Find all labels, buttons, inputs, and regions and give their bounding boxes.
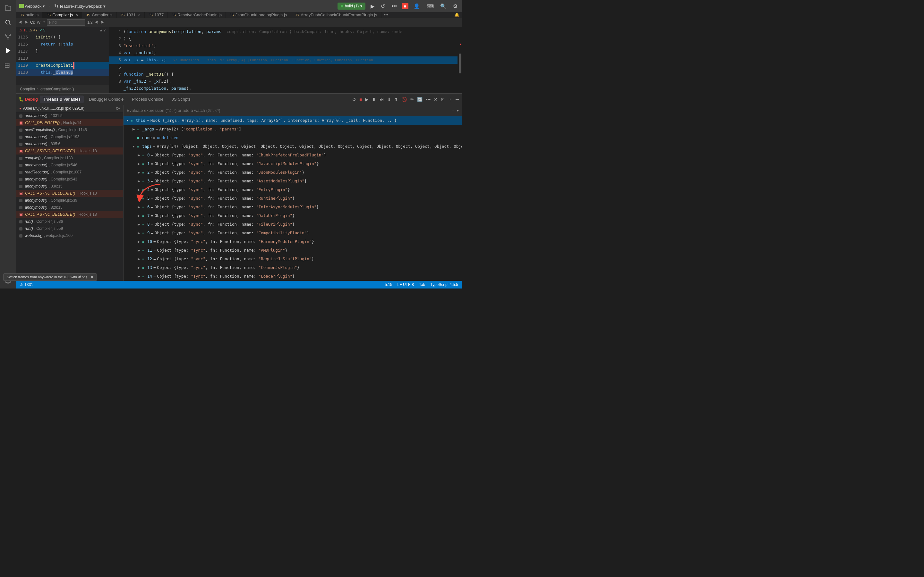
filter-callstack-button[interactable]: ⧖ bbox=[115, 106, 118, 111]
var-row-taps-2[interactable]: ▶ ≡ 2 = Object {type: "sync", fn: Functi… bbox=[124, 168, 462, 177]
tab-debugger-console[interactable]: Debugger Console bbox=[86, 95, 127, 103]
tab-build-js[interactable]: JS build.js bbox=[16, 12, 43, 18]
var-row-taps-11[interactable]: ▶ ≡ 11 = Object {type: "sync", fn: Funct… bbox=[124, 246, 462, 255]
error-status[interactable]: ⚠ 1331 bbox=[20, 282, 33, 287]
settings-gear-button[interactable]: ⚙ bbox=[452, 2, 459, 11]
var-row-taps-9[interactable]: ▶ ≡ 9 = Object {type: "sync", fn: Functi… bbox=[124, 229, 462, 237]
var-row-taps[interactable]: ▾ ≡ taps = Array(54) [Object, Object, Ob… bbox=[124, 142, 462, 151]
stack-item-compile[interactable]: compile(), Compiler.js:1188 bbox=[16, 155, 123, 161]
evaluate-dropdown-button[interactable]: ▾ bbox=[457, 108, 459, 113]
var-row-taps-4[interactable]: ▶ ≡ 4 = Object {type: "sync", fn: Functi… bbox=[124, 185, 462, 194]
var-row-name[interactable]: ■ name = undefined bbox=[124, 134, 462, 142]
stop-debug-button[interactable]: ■ bbox=[359, 96, 363, 103]
config-debug-button[interactable]: ⋮ bbox=[447, 96, 453, 103]
edit-button[interactable]: ✏ bbox=[409, 96, 415, 103]
tab-compiler-js[interactable]: JS Compiler.js ✕ bbox=[43, 12, 82, 18]
stack-item-anonymous-830[interactable]: anonymous(), 830:15 bbox=[16, 183, 123, 190]
search-field[interactable] bbox=[47, 19, 86, 26]
stack-item-run-559[interactable]: run(), Compiler.js:559 bbox=[16, 225, 123, 232]
title-bar: webpack ▾ › feature-study-webpack ▾ buil… bbox=[16, 0, 462, 12]
var-row-this[interactable]: ▾ ≡ this = Hook {_args: Array(2), name: … bbox=[124, 116, 462, 125]
var-row-taps-3[interactable]: ▶ ≡ 3 = Object {type: "sync", fn: Functi… bbox=[124, 177, 462, 185]
var-row-taps-13[interactable]: ▶ ≡ 13 = Object {type: "sync", fn: Funct… bbox=[124, 263, 462, 272]
translate-button[interactable]: ⌨ bbox=[425, 2, 435, 11]
minimize-debug-button[interactable]: ─ bbox=[455, 96, 459, 103]
stack-item-call-async-delegate-1[interactable]: ▣ CALL_ASYNC_DELEGATE(), Hook.js:18 bbox=[16, 147, 123, 155]
code-row-3: 3 "use strict"; bbox=[109, 42, 457, 49]
stack-item-anonymous-543[interactable]: anonymous(), Compiler.js:543 bbox=[16, 176, 123, 183]
tooltip-close-button[interactable]: ✕ bbox=[90, 275, 94, 279]
tab-close-icon[interactable]: ✕ bbox=[75, 13, 78, 17]
notification-button[interactable]: 🔔 bbox=[452, 13, 462, 17]
tab-scripts[interactable]: JS Scripts bbox=[169, 95, 194, 103]
callstack-list: anonymous(), 1331:5 ▣ CALL_DELEGATE(), H… bbox=[16, 112, 123, 239]
tab-json-chunk[interactable]: JS JsonChunkLoadingPlugin.js bbox=[226, 12, 291, 18]
step-into-button[interactable]: ⬇ bbox=[387, 96, 392, 103]
more-debug-button[interactable]: ••• bbox=[425, 96, 431, 103]
evaluate-up-button[interactable]: ↑ bbox=[452, 108, 454, 113]
var-row-taps-14[interactable]: ▶ ≡ 14 = Object {type: "sync", fn: Funct… bbox=[124, 272, 462, 281]
tab-overflow-button[interactable]: ••• bbox=[381, 13, 391, 17]
tab-1331-close-icon[interactable]: ✕ bbox=[138, 13, 141, 17]
var-row-taps-6[interactable]: ▶ ≡ 6 = Object {type: "sync", fn: Functi… bbox=[124, 203, 462, 211]
stack-item-call-delegate-1[interactable]: ▣ CALL_DELEGATE(), Hook.js:14 bbox=[16, 119, 123, 126]
stack-item-anonymous-539[interactable]: anonymous(), Compiler.js:539 bbox=[16, 197, 123, 204]
stack-item-anonymous-1193[interactable]: anonymous(), Compiler.js:1193 bbox=[16, 133, 123, 140]
var-row-args[interactable]: ▶ ≡ _args = Array(2) ["compilation", "pa… bbox=[124, 125, 462, 134]
stack-item-run-536[interactable]: run(), Compiler.js:536 bbox=[16, 218, 123, 225]
rerun-button[interactable]: ↺ bbox=[380, 2, 386, 11]
tab-1077[interactable]: JS 1077 bbox=[145, 12, 168, 18]
var-row-taps-12[interactable]: ▶ ≡ 12 = Object {type: "sync", fn: Funct… bbox=[124, 255, 462, 263]
tab-resolver-cache[interactable]: JS ResolverCachePlugin.js bbox=[168, 12, 226, 18]
stack-item-call-async-delegate-3[interactable]: ▣ CALL_ASYNC_DELEGATE(), Hook.js:18 bbox=[16, 211, 123, 218]
var-row-taps-0[interactable]: ▶ ≡ 0 = Object {type: "sync", fn: Functi… bbox=[124, 151, 462, 160]
source-control-icon[interactable] bbox=[2, 31, 14, 42]
tab-compiler2-js[interactable]: JS Compiler.js bbox=[82, 12, 116, 18]
stack-item-anonymous-1331[interactable]: anonymous(), 1331:5 bbox=[16, 112, 123, 119]
reconnect-button[interactable]: 🔄 bbox=[417, 96, 423, 103]
code-area: ⚠ 13 ⚠ 47 ✓ 5 ∧ ∨ 1125 isInit() { bbox=[16, 27, 462, 93]
search-global-button[interactable]: 🔍 bbox=[439, 2, 448, 11]
continue-button[interactable]: ▶ bbox=[365, 96, 369, 103]
more-actions-button[interactable]: ••• bbox=[390, 2, 398, 10]
resume-button[interactable]: ↺ bbox=[352, 96, 357, 103]
stack-item-anonymous-829[interactable]: anonymous(), 829:15 bbox=[16, 204, 123, 211]
code-row-1: 1 (function anonymous(compilation, param… bbox=[109, 28, 457, 35]
tab-threads-variables[interactable]: Threads & Variables bbox=[40, 95, 84, 103]
tab-1331[interactable]: JS 1331 ✕ bbox=[117, 12, 145, 18]
var-row-taps-8[interactable]: ▶ ≡ 8 = Object {type: "sync", fn: Functi… bbox=[124, 220, 462, 229]
profile-button[interactable]: 👤 bbox=[412, 2, 421, 11]
search-icon[interactable] bbox=[2, 17, 14, 28]
var-row-taps-7[interactable]: ▶ ≡ 7 = Object {type: "sync", fn: Functi… bbox=[124, 211, 462, 220]
stack-item-webpack[interactable]: webpack(), webpack.js:160 bbox=[16, 232, 123, 239]
editor-scrollbar[interactable] bbox=[457, 27, 462, 93]
extensions-icon[interactable] bbox=[2, 59, 14, 71]
project-selector[interactable]: webpack ▾ bbox=[19, 4, 45, 9]
var-row-taps-1[interactable]: ▶ ≡ 1 = Object {type: "sync", fn: Functi… bbox=[124, 160, 462, 168]
evaluate-input[interactable] bbox=[127, 108, 449, 113]
stop-button[interactable]: ■ bbox=[402, 3, 409, 9]
split-debug-button[interactable]: ⊡ bbox=[440, 96, 445, 103]
stack-item-read-records[interactable]: readRecords(), Compiler.js:1007 bbox=[16, 169, 123, 176]
pause-button[interactable]: ⏸ bbox=[371, 96, 377, 103]
step-over-button[interactable]: ⏭ bbox=[379, 96, 384, 103]
stack-item-new-compilation[interactable]: newCompilation(), Compiler.js:1145 bbox=[16, 126, 123, 133]
mute-breakpoints[interactable]: 🚫 bbox=[401, 96, 407, 103]
var-row-taps-5[interactable]: ▶ ≡ 5 = Object {type: "sync", fn: Functi… bbox=[124, 194, 462, 203]
tab-array-push[interactable]: JS ArrayPushCallbackChunkFormatPlugin.js bbox=[291, 12, 381, 18]
explorer-icon[interactable] bbox=[2, 3, 14, 14]
run-button[interactable]: ▶ bbox=[369, 2, 376, 11]
step-out-button[interactable]: ⬆ bbox=[394, 96, 399, 103]
stack-item-call-async-delegate-2[interactable]: ▣ CALL_ASYNC_DELEGATE(), Hook.js:18 bbox=[16, 190, 123, 197]
branch-selector[interactable]: feature-study-webpack ▾ bbox=[54, 4, 106, 9]
var-row-taps-10[interactable]: ▶ ≡ 10 = Object {type: "sync", fn: Funct… bbox=[124, 237, 462, 246]
debug-icon[interactable] bbox=[2, 45, 14, 56]
right-code-panel: 1 (function anonymous(compilation, param… bbox=[109, 27, 457, 93]
build-button[interactable]: build (1) ▾ bbox=[338, 3, 365, 10]
stack-item-anonymous-835[interactable]: anonymous(), 835:6 bbox=[16, 140, 123, 147]
tab-process-console[interactable]: Process Console bbox=[129, 95, 166, 103]
callstack-more-button[interactable]: ▾ bbox=[118, 106, 120, 111]
stack-item-anonymous-546[interactable]: anonymous(), Compiler.js:546 bbox=[16, 161, 123, 169]
close-debug-button[interactable]: ✕ bbox=[433, 96, 438, 103]
callstack-toolbar: ● /Users/fujunkui.......ck.js (pid 82918… bbox=[16, 105, 123, 112]
